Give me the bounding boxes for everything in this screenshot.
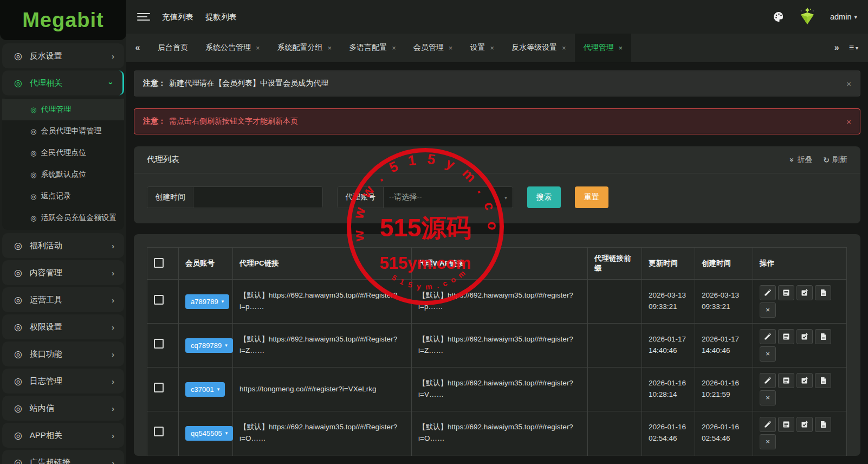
tabs-scroll-end-icon[interactable]: » [834, 43, 839, 53]
created-cell: 2026-03-13 09:33:21 [695, 280, 753, 324]
delete-button[interactable]: × [760, 390, 776, 405]
account-dropdown-button[interactable]: qq545505▾ [185, 426, 233, 441]
close-icon[interactable]: × [846, 79, 851, 88]
link-prefix-cell [588, 455, 642, 456]
col-link-prefix: 代理链接前缀 [588, 248, 642, 280]
updated-cell: 2026-01-16 02:54:46 [642, 411, 695, 455]
tab-system-config-group[interactable]: 系统配置分组 × [269, 34, 341, 62]
tab-multilanguage[interactable]: 多语言配置 × [340, 34, 405, 62]
tab-system-announcement[interactable]: 系统公告管理 × [197, 34, 269, 62]
row-checkbox[interactable] [154, 339, 164, 349]
sidebar-item-welfare[interactable]: ◎ 福利活动 › [2, 233, 124, 258]
ring-icon: ◎ [30, 214, 36, 222]
alert-prefix: 注意： [143, 117, 166, 125]
edit-check-button[interactable] [796, 417, 813, 432]
delete-button[interactable]: × [760, 434, 776, 449]
tabs-menu-icon[interactable]: ≡▾ [849, 43, 858, 53]
topbar-item-withdraw-list[interactable]: 提款列表 [205, 12, 237, 22]
row-checkbox[interactable] [154, 383, 164, 392]
chevron-right-icon: › [112, 323, 114, 332]
log-list-button[interactable] [778, 373, 794, 388]
user-menu[interactable]: admin ▾ [830, 12, 857, 21]
chevron-right-icon: › [112, 458, 114, 464]
tabs-scroll-start-icon[interactable]: « [126, 34, 149, 62]
delete-button[interactable]: × [760, 346, 776, 362]
file-button[interactable] [815, 373, 831, 388]
table-row: c37001▾ https://tongmeng.co//#/register?… [147, 368, 847, 411]
updated-cell: 2026-01-15 [642, 455, 695, 456]
edit-check-button[interactable] [796, 329, 813, 344]
select-all-checkbox[interactable] [154, 258, 164, 268]
topbar-item-recharge-list[interactable]: 充值列表 [162, 12, 193, 22]
ring-icon: ◎ [30, 106, 36, 114]
tab-rebate-level[interactable]: 反水等级设置 × [503, 34, 575, 62]
tab-member-manage[interactable]: 会员管理 × [405, 34, 462, 62]
close-icon[interactable]: × [846, 117, 851, 126]
edit-button[interactable] [760, 373, 776, 388]
refresh-button[interactable]: ↻ 刷新 [823, 155, 847, 165]
created-cell: 2026-01-15 [695, 455, 753, 456]
log-list-button[interactable] [778, 417, 794, 432]
file-button[interactable] [815, 417, 831, 432]
log-list-button[interactable] [778, 285, 794, 300]
chevron-down-icon: ▾ [217, 386, 220, 392]
created-time-input[interactable] [193, 187, 322, 208]
edit-check-button[interactable] [796, 285, 813, 300]
sidebar-subitem-label: 全民代理点位 [41, 148, 86, 158]
sidebar-subitem-member-agent-apply[interactable]: ◎ 会员代理申请管理 [2, 120, 124, 142]
sidebar-item-app-related[interactable]: ◎ APP相关 › [2, 423, 124, 448]
file-button[interactable] [815, 329, 831, 344]
close-icon[interactable]: × [562, 44, 566, 52]
sidebar: Megabit ◎ 反水设置 › ◎ 代理相关 › ◎ 代理管理 ◎ 会员代理申… [0, 0, 126, 464]
sidebar-item-permissions[interactable]: ◎ 权限设置 › [2, 314, 124, 339]
tab-agent-manage[interactable]: 代理管理 × [575, 34, 632, 62]
tab-settings[interactable]: 设置 × [461, 34, 503, 62]
sidebar-item-agent-related[interactable]: ◎ 代理相关 › [2, 70, 124, 95]
close-icon[interactable]: × [256, 44, 260, 52]
palette-icon[interactable] [773, 11, 785, 23]
delete-button[interactable]: × [760, 302, 776, 318]
row-checkbox[interactable] [154, 295, 164, 305]
close-icon[interactable]: × [490, 44, 494, 52]
search-button[interactable]: 搜索 [527, 186, 561, 208]
sidebar-subitem-active-member-recharge[interactable]: ◎ 活跃会员充值金额设置 [2, 207, 124, 229]
sidebar-item-label: 站内信 [30, 403, 112, 414]
edit-button[interactable] [760, 417, 776, 432]
wap-link-cell: 【默认】https://692.haiwaiym35.top//#/regist… [412, 455, 588, 456]
account-dropdown-button[interactable]: c37001▾ [185, 382, 225, 397]
sidebar-subitem-system-default-points[interactable]: ◎ 系统默认点位 [2, 164, 124, 185]
row-checkbox[interactable] [154, 427, 164, 436]
sidebar-subitem-agent-manage[interactable]: ◎ 代理管理 [2, 99, 124, 120]
account-dropdown-button[interactable]: a789789▾ [185, 294, 229, 309]
hamburger-icon[interactable] [137, 13, 150, 21]
sidebar-subitem-all-agent-points[interactable]: ◎ 全民代理点位 [2, 142, 124, 164]
account-dropdown-button[interactable]: cq789789▾ [185, 338, 233, 353]
file-button[interactable] [815, 285, 831, 300]
table-row: a789789▾ 【默认】https://692.haiwaiym35.top/… [147, 280, 847, 324]
tab-dashboard[interactable]: 后台首页 [149, 34, 197, 62]
close-icon[interactable]: × [328, 44, 332, 52]
reset-button[interactable]: 重置 [575, 186, 608, 208]
agent-account-select[interactable]: --请选择-- ▾ [384, 187, 513, 208]
sidebar-item-ad-hyperlink[interactable]: ◎ 广告超链接 › [2, 450, 124, 464]
edit-button[interactable] [760, 285, 776, 300]
created-cell: 2026-01-16 02:54:46 [695, 411, 753, 455]
close-icon[interactable]: × [449, 44, 453, 52]
close-icon[interactable]: × [619, 44, 623, 52]
sidebar-subitem-rebate-records[interactable]: ◎ 返点记录 [2, 185, 124, 207]
gem-avatar-icon[interactable] [796, 7, 818, 27]
edit-check-button[interactable] [796, 373, 813, 388]
sidebar-item-api-functions[interactable]: ◎ 接口功能 › [2, 341, 124, 366]
sidebar-item-content[interactable]: ◎ 内容管理 › [2, 260, 124, 285]
sidebar-item-rebate-settings[interactable]: ◎ 反水设置 › [2, 43, 124, 68]
sidebar-item-logs[interactable]: ◎ 日志管理 › [2, 369, 124, 394]
topbar: 充值列表 提款列表 admin ▾ [126, 0, 868, 34]
ring-icon: ◎ [14, 267, 22, 279]
sidebar-item-site-mail[interactable]: ◎ 站内信 › [2, 396, 124, 421]
log-list-button[interactable] [778, 329, 794, 344]
tab-label: 后台首页 [158, 43, 188, 53]
sidebar-item-operation-tools[interactable]: ◎ 运营工具 › [2, 287, 124, 312]
collapse-button[interactable]: » 折叠 [790, 155, 812, 165]
close-icon[interactable]: × [392, 44, 396, 52]
edit-button[interactable] [760, 329, 776, 344]
